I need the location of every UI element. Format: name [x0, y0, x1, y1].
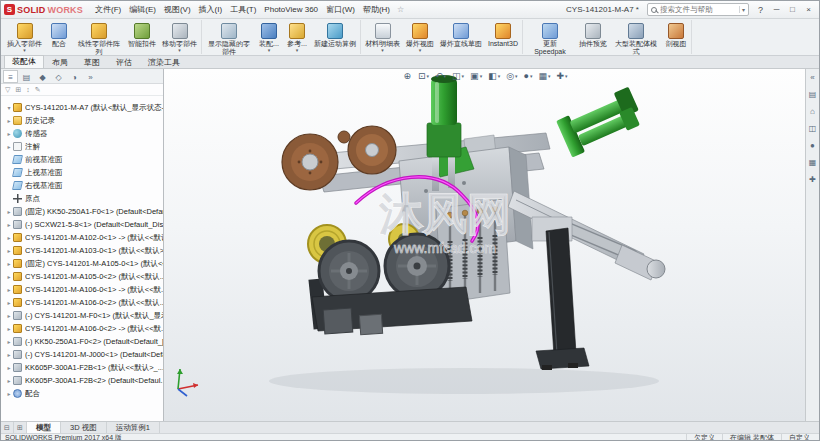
large-wheel-left[interactable]: [319, 241, 379, 301]
previous-view-icon[interactable]: ↶ ▾: [434, 71, 447, 81]
view-settings-icon[interactable]: ✚ ▾: [556, 71, 569, 81]
expand-arrow-icon[interactable]: ▸: [5, 390, 13, 397]
search-box[interactable]: ▾: [647, 3, 749, 16]
tab-evaluate[interactable]: 评估: [108, 56, 140, 68]
pin-menu-icon[interactable]: ☆: [394, 5, 407, 14]
move-component-button[interactable]: 移动零部件 ▾: [159, 20, 200, 54]
expand-arrow-icon[interactable]: ▸: [5, 377, 13, 384]
tab-layout[interactable]: 布局: [44, 56, 76, 68]
tree-item[interactable]: ▸ (固定) KK50-250A1-F0<1> (Default<Defau..…: [1, 205, 163, 218]
explode-line-sketch-button[interactable]: 爆炸直线草图: [437, 20, 485, 54]
tree-item[interactable]: ▸ (-) KK50-250A1-F0<2> (Default<Default_…: [1, 335, 163, 348]
scenes-icon[interactable]: ▦: [809, 158, 817, 167]
display-style-icon[interactable]: ◧ ▾: [487, 71, 501, 81]
brown-wheel-back[interactable]: [348, 126, 396, 174]
featuremanager-tree-tab[interactable]: ≡: [3, 70, 18, 83]
tree-root-assembly[interactable]: ▾ CYS-141201-M-A7 (默认<默认_显示状态-1>): [1, 101, 163, 114]
exploded-view-button[interactable]: 爆炸视图 ▾: [403, 20, 437, 54]
mate-button[interactable]: 配合: [45, 20, 73, 54]
file-explorer-icon[interactable]: ⌂: [810, 107, 815, 116]
show-hidden-components-button[interactable]: 显示隐藏的零部件: [203, 20, 255, 54]
menu-photoview-360[interactable]: PhotoView 360: [260, 1, 322, 18]
linear-component-pattern-button[interactable]: 线性零部件阵列 ▾: [73, 20, 125, 54]
bill-of-materials-button[interactable]: 材料明细表 ▾: [362, 20, 403, 54]
tree-item[interactable]: ▸ CYS-141201-M-A102-0<1> -> (默认<<默认...: [1, 231, 163, 244]
large-assembly-mode-button[interactable]: 大型装配体模式: [610, 20, 662, 54]
menu-window[interactable]: 窗口(W): [322, 1, 359, 18]
tree-item[interactable]: ▸ CYS-141201-M-A106-0<2> -> (默认<<默...: [1, 322, 163, 335]
view-palette-icon[interactable]: ◫: [809, 124, 817, 133]
expand-arrow-icon[interactable]: ▸: [5, 117, 13, 124]
tab-render-tools[interactable]: 渲染工具: [140, 56, 188, 68]
hide-show-items-icon[interactable]: ◎ ▾: [505, 71, 518, 81]
green-clamp-assembly[interactable]: [555, 87, 645, 158]
displaymanager-tab[interactable]: ◑: [67, 70, 82, 83]
search-input[interactable]: [660, 5, 736, 14]
expand-arrow-icon[interactable]: ▸: [5, 247, 13, 254]
expand-arrow-icon[interactable]: ▾: [5, 104, 13, 111]
panel-overflow-tab[interactable]: »: [83, 70, 98, 83]
tree-item[interactable]: ▸ CYS-141201-M-A105-0<2> (默认<<默认...: [1, 270, 163, 283]
tree-item[interactable]: ▸ (-) CYS-141201-M-J000<1> (Default<Defa…: [1, 348, 163, 361]
tab-model[interactable]: 模型: [27, 422, 61, 433]
tree-item[interactable]: ▸ (固定) CYS-141201-M-A105-0<1> (默认<<...: [1, 257, 163, 270]
tree-item[interactable]: ▸ CYS-141201-M-A106-0<1> -> (默认<<默...: [1, 283, 163, 296]
tree-item[interactable]: ▸ CYS-141201-M-A106-0<2> (默认<<默认...: [1, 296, 163, 309]
tree-expand-icon[interactable]: ⊞: [15, 86, 21, 94]
tab-sketch[interactable]: 草图: [76, 56, 108, 68]
new-motion-study-button[interactable]: 新建运动算例: [311, 20, 359, 54]
graphics-viewport[interactable]: ⊕ ⊡ ▾ ↶ ▾ ◫ ▾ ▣ ▾ ◧ ▾ ◎ ▾ ● ▾: [164, 69, 807, 421]
expand-arrow-icon[interactable]: ▸: [5, 273, 13, 280]
menu-help[interactable]: 帮助(H): [359, 1, 394, 18]
tab-assembly[interactable]: 装配体: [4, 55, 44, 68]
brown-wheel-front[interactable]: [282, 134, 338, 190]
minimize-button[interactable]: ─: [769, 3, 784, 17]
edit-appearance-icon[interactable]: ● ▾: [523, 71, 534, 81]
close-button[interactable]: ×: [801, 3, 816, 17]
smart-fasteners-button[interactable]: 智能扣件: [125, 20, 159, 54]
tree-sensors[interactable]: ▸ 传感器: [1, 127, 163, 140]
propertymanager-tab[interactable]: ▤: [19, 70, 34, 83]
view-orientation-icon[interactable]: ▣ ▾: [469, 71, 483, 81]
tree-right-plane[interactable]: 右视基准面: [1, 179, 163, 192]
menu-insert[interactable]: 插入(I): [195, 1, 227, 18]
expand-arrow-icon[interactable]: ▸: [5, 312, 13, 319]
expand-arrow-icon[interactable]: ▸: [5, 208, 13, 215]
expand-arrow-icon[interactable]: ▸: [5, 299, 13, 306]
tree-annotations[interactable]: ▸ 注解: [1, 140, 163, 153]
maximize-button[interactable]: □: [785, 3, 800, 17]
split-horizontal-icon[interactable]: ⊟: [1, 422, 14, 433]
expand-arrow-icon[interactable]: ▸: [5, 260, 13, 267]
zoom-fit-icon[interactable]: ⊕: [402, 71, 413, 81]
menu-view[interactable]: 视图(V): [160, 1, 195, 18]
collapse-taskpane-icon[interactable]: «: [810, 73, 814, 82]
instant3d-button[interactable]: Instant3D: [485, 20, 521, 54]
menu-edit[interactable]: 编辑(E): [125, 1, 160, 18]
black-vertical-arm[interactable]: [536, 228, 589, 370]
tree-front-plane[interactable]: 前视基准面: [1, 153, 163, 166]
custom-properties-icon[interactable]: ✚: [809, 175, 816, 184]
dimxpertmanager-tab[interactable]: ◇: [51, 70, 66, 83]
reference-geometry-button[interactable]: 参考... ▾: [283, 20, 311, 54]
expand-arrow-icon[interactable]: ▸: [5, 364, 13, 371]
status-under-defined[interactable]: 欠定义: [686, 433, 722, 441]
help-button[interactable]: ?: [753, 5, 768, 15]
assembly-features-button[interactable]: 装配... ▾: [255, 20, 283, 54]
expand-arrow-icon[interactable]: ▸: [5, 234, 13, 241]
tree-item[interactable]: ▸ (-) SCXW21-5-8<1> (Default<Default_Dis…: [1, 218, 163, 231]
appearances-icon[interactable]: ●: [810, 141, 815, 150]
tree-filter-icon[interactable]: ▽: [5, 86, 10, 94]
section-view-hud-icon[interactable]: ◫ ▾: [451, 71, 465, 81]
menu-file[interactable]: 文件(F): [91, 1, 125, 18]
menu-tools[interactable]: 工具(T): [226, 1, 260, 18]
tree-scroll-icon[interactable]: ↕: [26, 86, 30, 93]
tree-item[interactable]: ▸ KK605P-300A1-F2B<2> (Default<Defaul...: [1, 374, 163, 387]
expand-arrow-icon[interactable]: ▸: [5, 221, 13, 228]
status-editing-assembly[interactable]: 在编辑 装配体: [722, 433, 781, 441]
expand-arrow-icon[interactable]: ▸: [5, 130, 13, 137]
tree-item[interactable]: ▸ (-) CYS-141201-M-F0<1> (默认<默认_显示...: [1, 309, 163, 322]
tree-top-plane[interactable]: 上视基准面: [1, 166, 163, 179]
expand-arrow-icon[interactable]: ▸: [5, 143, 13, 150]
tree-item[interactable]: ▸ KK605P-300A1-F2B<1> (默认<<默认>_...: [1, 361, 163, 374]
tree-rename-icon[interactable]: ✎: [35, 86, 41, 94]
